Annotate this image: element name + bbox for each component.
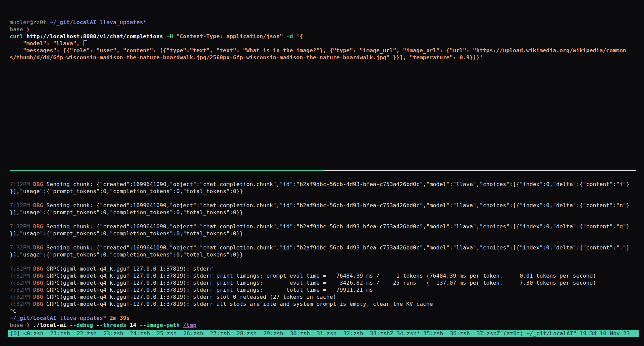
blank-line: [10, 96, 644, 103]
pane-divider-inactive: [324, 170, 636, 171]
text-segment: '{: [296, 33, 303, 40]
chunk-log-line: 7:32PM DBG Sending chunk: {"created":169…: [10, 181, 644, 188]
terminal-cursor: [84, 40, 87, 46]
text-segment: [137, 322, 140, 328]
shell-prompt-context: mudler@zz0t ~/_git/LocalAI llava_updates…: [10, 19, 644, 26]
log-level: DBG: [33, 273, 47, 279]
text-segment: --debug: [70, 322, 93, 328]
blank-line: [10, 153, 644, 160]
log-level: DBG: [33, 266, 47, 272]
text-segment: "model": "llava",: [10, 40, 83, 47]
text-segment: Sending chunk: {"created":1699641090,"ob…: [46, 202, 629, 209]
blank-line: [10, 138, 644, 146]
blank-line: [10, 89, 644, 96]
timestamp: 7:32PM: [10, 273, 33, 279]
text-segment: llava_updates*: [56, 315, 106, 321]
blank-line: [10, 82, 644, 89]
blank-line: [10, 103, 644, 110]
tmux-status-bar: [0] <0:zsh 21:zsh 22:zsh 23:zsh 24:zsh 2…: [8, 330, 639, 337]
timestamp: 7:32PM: [10, 223, 33, 230]
text-segment: --threads: [96, 322, 126, 328]
text-segment: Sending chunk: {"created":1699641090,"ob…: [46, 181, 629, 187]
timestamp: 7:32PM: [10, 244, 33, 251]
timestamp: 7:32PM: [10, 266, 33, 272]
text-segment: GRPC(ggml-model-q4_k.gguf-127.0.0.1:3781…: [46, 280, 596, 286]
blank-line: [10, 195, 644, 202]
chunk-log-wrap-line: }],"usage":{"prompt_tokens":0,"completio…: [10, 188, 644, 195]
text-segment: GRPC(ggml-model-q4_k.gguf-127.0.0.1:3781…: [46, 294, 336, 300]
grpc-log-line: 7:32PM DBG GRPC(ggml-model-q4_k.gguf-127…: [10, 265, 644, 272]
curl-body-url-wrap-line: s/thumb/d/dd/Gfp-wisconsin-madison-the-n…: [10, 54, 644, 61]
blank-line: [10, 216, 644, 223]
log-level: DBG: [33, 294, 47, 300]
timestamp: 7:32PM: [10, 202, 33, 209]
timestamp: 7:32PM: [10, 280, 33, 286]
local-ai-command-line: base ❯ ./local-ai --debug --threads 14 -…: [10, 322, 644, 329]
tmp-path-link[interactable]: /tmp: [183, 322, 197, 328]
log-level: DBG: [33, 223, 47, 230]
text-segment: Sending chunk: {"created":1699641090,"ob…: [46, 244, 629, 251]
interrupt-line: ^C: [10, 307, 644, 314]
grpc-log-line: 7:32PM DBG GRPC(ggml-model-q4_k.gguf-127…: [10, 300, 644, 307]
text-segment: -H: [166, 33, 176, 40]
text-segment: }],"usage":{"prompt_tokens":0,"completio…: [10, 188, 243, 194]
grpc-log-line: 7:32PM DBG GRPC(ggml-model-q4_k.gguf-127…: [10, 286, 644, 293]
text-segment: }],"usage":{"prompt_tokens":0,"completio…: [10, 230, 243, 237]
curl-command: curl: [10, 33, 26, 40]
local-ai-binary: ./local-ai: [33, 322, 66, 328]
chunk-log-line: 7:32PM DBG Sending chunk: {"created":169…: [10, 202, 644, 209]
text-segment: "Content-Type: application/json": [176, 33, 286, 40]
timestamp: 7:32PM: [10, 181, 33, 187]
log-level: DBG: [33, 244, 47, 251]
text-segment: "messages": [{"role": "user", "content":…: [10, 47, 626, 54]
text-segment: --image-path: [140, 322, 179, 328]
terminal-window[interactable]: mudler@zz0t ~/_git/LocalAI llava_updates…: [0, 0, 644, 346]
text-segment: GRPC(ggml-model-q4_k.gguf-127.0.0.1:3781…: [46, 287, 373, 293]
grpc-log-line: 7:32PM DBG GRPC(ggml-model-q4_k.gguf-127…: [10, 293, 644, 300]
text-segment: Sending chunk: {"created":1699641090,"ob…: [46, 223, 629, 230]
grpc-log-line: 7:32PM DBG GRPC(ggml-model-q4_k.gguf-127…: [10, 272, 644, 279]
blank-line: [10, 75, 644, 82]
text-segment: ~/_git/LocalAI: [10, 315, 56, 321]
text-segment: [93, 322, 96, 328]
shell-prompt-line: base ❯: [10, 26, 644, 33]
text-segment: GRPC(ggml-model-q4_k.gguf-127.0.0.1:3781…: [46, 301, 433, 307]
curl-body-messages-line: "messages": [{"role": "user", "content":…: [10, 47, 644, 54]
text-segment: base: [10, 322, 26, 328]
chunk-log-wrap-line: }],"usage":{"prompt_tokens":0,"completio…: [10, 209, 644, 216]
timestamp: 7:32PM: [10, 301, 33, 307]
shell-prompt-context: ~/_git/LocalAI llava_updates* 2m 39s: [10, 314, 644, 322]
pane-divider: [10, 167, 644, 174]
text-segment: [126, 322, 130, 328]
command-duration: 2m 39s: [106, 315, 130, 321]
blank-line: [10, 124, 644, 131]
blank-line: [10, 61, 644, 68]
grpc-log-line: 7:32PM DBG GRPC(ggml-model-q4_k.gguf-127…: [10, 279, 644, 286]
blank-line: [10, 110, 644, 117]
text-segment: [66, 322, 70, 328]
text-segment: [180, 322, 183, 328]
prompt-chevron: ❯: [26, 26, 30, 33]
text-segment: ~/_git/LocalAI: [50, 19, 96, 25]
text-segment: GRPC(ggml-model-q4_k.gguf-127.0.0.1:3781…: [46, 266, 213, 272]
chunk-log-line: 7:32PM DBG Sending chunk: {"created":169…: [10, 244, 644, 251]
chunk-log-wrap-line: }],"usage":{"prompt_tokens":0,"completio…: [10, 251, 644, 258]
log-level: DBG: [33, 280, 47, 286]
log-level: DBG: [33, 301, 47, 307]
log-level: DBG: [33, 181, 47, 187]
text-segment: llava_updates*: [96, 19, 146, 25]
pane-divider-active: [10, 170, 324, 171]
text-segment: mudler@zz0t: [10, 19, 50, 25]
curl-body-model-line: "model": "llava",: [10, 40, 644, 47]
log-level: DBG: [33, 202, 47, 209]
timestamp: 7:32PM: [10, 294, 33, 300]
text-segment: -d: [286, 33, 297, 40]
text-segment: base: [10, 26, 26, 33]
chunk-log-wrap-line: }],"usage":{"prompt_tokens":0,"completio…: [10, 230, 644, 237]
text-segment: }],"usage":{"prompt_tokens":0,"completio…: [10, 209, 243, 216]
blank-line: [10, 68, 644, 75]
curl-command-line: curl http://localhost:8080/v1/chat/compl…: [10, 33, 644, 40]
terminal-output: mudler@zz0t ~/_git/LocalAI llava_updates…: [0, 19, 644, 329]
blank-line: [10, 146, 644, 153]
timestamp: 7:32PM: [10, 287, 33, 293]
